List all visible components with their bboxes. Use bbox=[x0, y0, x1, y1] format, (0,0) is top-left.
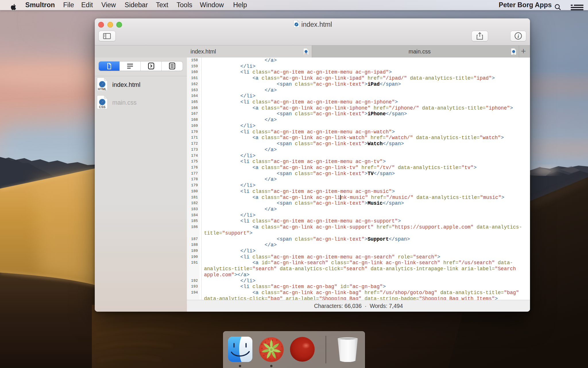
svg-text:HTML: HTML bbox=[304, 53, 308, 55]
svg-text:i: i bbox=[518, 34, 519, 39]
svg-text:CSS: CSS bbox=[99, 105, 105, 109]
svg-text:css: css bbox=[512, 53, 515, 55]
svg-text:HTML: HTML bbox=[98, 87, 107, 91]
